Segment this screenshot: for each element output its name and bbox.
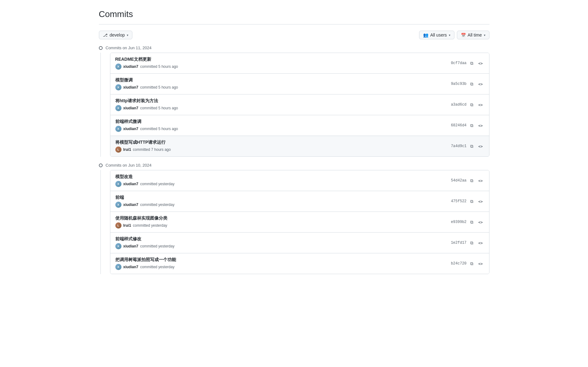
copy-hash-button[interactable] — [469, 240, 475, 246]
branch-chevron-icon: ▾ — [127, 33, 128, 37]
commit-author[interactable]: xiudian7 — [123, 64, 139, 69]
commit-hash: 9a5c93b — [451, 82, 466, 86]
commit-date-dot — [99, 164, 103, 167]
code-icon — [478, 144, 483, 149]
commit-message[interactable]: 前端 — [115, 195, 175, 200]
commit-time: committed 5 hours ago — [140, 64, 178, 69]
avatar: X — [115, 202, 122, 208]
browse-code-button[interactable] — [477, 143, 484, 149]
copy-hash-button[interactable] — [469, 81, 475, 87]
browse-code-button[interactable] — [477, 198, 484, 204]
branch-icon: ⎇ — [103, 33, 108, 37]
browse-code-button[interactable] — [477, 240, 484, 246]
commit-message[interactable]: 将模型写成HTTP请求运行 — [115, 140, 171, 145]
commit-hash: 1e2fd17 — [451, 241, 466, 245]
all-time-label: All time — [468, 33, 482, 37]
commit-hash: 0cf7daa — [451, 61, 466, 65]
code-icon — [478, 261, 483, 266]
commit-author[interactable]: xiudian7 — [123, 244, 139, 248]
toolbar: ⎇ develop ▾ 👥 All users ▾ 📅 All time ▾ — [99, 31, 489, 39]
commit-message[interactable]: 前端样式修改 — [115, 236, 175, 242]
avatar: L — [115, 146, 122, 153]
copy-icon — [470, 220, 473, 225]
browse-code-button[interactable] — [477, 81, 484, 87]
all-users-dropdown[interactable]: 👥 All users ▾ — [419, 31, 454, 39]
all-users-label: All users — [430, 33, 447, 37]
avatar: X — [115, 84, 122, 90]
code-icon — [478, 240, 483, 245]
users-chevron-icon: ▾ — [449, 33, 450, 37]
commit-message[interactable]: 模型微调 — [115, 77, 178, 83]
avatar: L — [115, 222, 122, 229]
table-row: 把调用树莓派拍照写成一个功能Xxiudian7committed yesterd… — [110, 253, 489, 274]
code-icon — [478, 123, 483, 128]
commit-message[interactable]: 使用随机森林实现图像分类 — [115, 216, 167, 221]
browse-code-button[interactable] — [477, 122, 484, 129]
commit-message[interactable]: 前端样式微调 — [115, 119, 178, 125]
copy-hash-button[interactable] — [469, 198, 475, 205]
copy-hash-button[interactable] — [469, 60, 475, 67]
commit-author[interactable]: xiudian7 — [123, 106, 139, 110]
timeline-line — [100, 170, 101, 274]
commit-author[interactable]: xiudian7 — [123, 85, 139, 90]
calendar-icon: 📅 — [461, 33, 466, 37]
code-icon — [478, 61, 483, 66]
commits-list-1: 模型改造Xxiudian7committed yesterday54d42aa前… — [110, 170, 489, 274]
table-row: 前端样式修改Xxiudian7committed yesterday1e2fd1… — [110, 233, 489, 253]
commit-date-label: Commits on Jun 10, 2024 — [106, 163, 152, 168]
browse-code-button[interactable] — [477, 60, 484, 66]
commit-hash: 54d42aa — [451, 178, 466, 183]
commit-author[interactable]: xiudian7 — [123, 203, 139, 207]
copy-hash-button[interactable] — [469, 102, 475, 108]
copy-icon — [470, 261, 473, 266]
copy-icon — [470, 61, 473, 66]
commit-date-header-0: Commits on Jun 11, 2024 — [99, 46, 489, 50]
branch-dropdown[interactable]: ⎇ develop ▾ — [99, 31, 132, 39]
commit-hash: e9399b2 — [451, 220, 466, 224]
copy-hash-button[interactable] — [469, 143, 475, 150]
commit-author[interactable]: xiudian7 — [123, 127, 139, 131]
code-icon — [478, 178, 483, 183]
commit-message[interactable]: 把调用树莓派拍照写成一个功能 — [115, 257, 176, 263]
copy-hash-button[interactable] — [469, 219, 475, 225]
code-icon — [478, 199, 483, 204]
commit-time: committed yesterday — [140, 182, 175, 186]
browse-code-button[interactable] — [477, 260, 484, 267]
toolbar-right: 👥 All users ▾ 📅 All time ▾ — [419, 31, 489, 39]
commit-time: committed 7 hours ago — [133, 147, 171, 152]
commit-message[interactable]: README文档更新 — [115, 57, 178, 62]
avatar: X — [115, 181, 122, 187]
commit-hash: a3ad6cd — [451, 103, 466, 107]
commit-message[interactable]: 模型改造 — [115, 174, 175, 180]
commit-author[interactable]: xiudian7 — [123, 182, 139, 186]
browse-code-button[interactable] — [477, 177, 484, 184]
table-row: 将模型写成HTTP请求运行Llrui1committed 7 hours ago… — [110, 136, 489, 156]
table-row: 将http请求封装为方法Xxiudian7committed 5 hours a… — [110, 94, 489, 115]
commit-author[interactable]: xiudian7 — [123, 265, 139, 269]
commit-message[interactable]: 将http请求封装为方法 — [115, 98, 178, 104]
all-time-dropdown[interactable]: 📅 All time ▾ — [457, 31, 489, 39]
commit-author[interactable]: lrui1 — [123, 147, 131, 152]
commits-container: Commits on Jun 11, 2024README文档更新Xxiudia… — [99, 46, 489, 274]
copy-hash-button[interactable] — [469, 122, 475, 129]
table-row: 前端样式微调Xxiudian7committed 5 hours ago6824… — [110, 115, 489, 136]
copy-hash-button[interactable] — [469, 177, 475, 184]
browse-code-button[interactable] — [477, 219, 484, 225]
commit-author[interactable]: lrui1 — [123, 223, 131, 228]
table-row: 模型微调Xxiudian7committed 5 hours ago9a5c93… — [110, 74, 489, 94]
commits-list-0: README文档更新Xxiudian7committed 5 hours ago… — [110, 53, 489, 157]
copy-hash-button[interactable] — [469, 260, 475, 267]
table-row: 前端Xxiudian7committed yesterday475f522 — [110, 191, 489, 212]
commit-date-label: Commits on Jun 11, 2024 — [106, 46, 152, 50]
commit-group-1: Commits on Jun 10, 2024模型改造Xxiudian7comm… — [99, 163, 489, 274]
commit-date-header-1: Commits on Jun 10, 2024 — [99, 163, 489, 168]
avatar: X — [115, 105, 122, 111]
commit-time: committed 5 hours ago — [140, 106, 178, 110]
commit-hash: 68246d4 — [451, 123, 466, 128]
browse-code-button[interactable] — [477, 102, 484, 108]
branch-label: develop — [110, 33, 125, 37]
table-row: README文档更新Xxiudian7committed 5 hours ago… — [110, 53, 489, 74]
users-icon: 👥 — [423, 33, 428, 37]
toolbar-left: ⎇ develop ▾ — [99, 31, 132, 39]
timeline-line — [100, 53, 101, 157]
